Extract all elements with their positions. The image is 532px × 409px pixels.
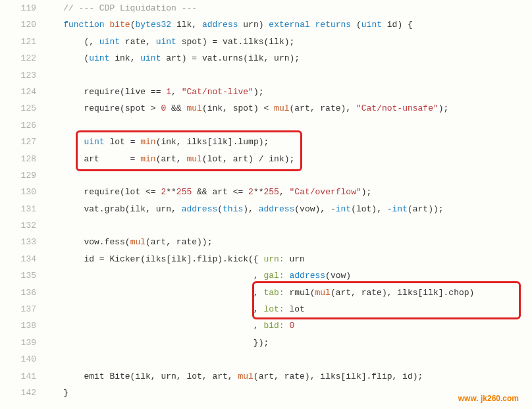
- id: (ink, spot) <: [202, 103, 274, 113]
- lineno: 123: [0, 67, 36, 84]
- id: urn): [238, 20, 269, 30]
- id: (: [43, 53, 89, 63]
- num: 2: [248, 187, 253, 197]
- type: int: [392, 204, 408, 214]
- lineno: 135: [0, 267, 36, 284]
- string: "Cat/not-live": [182, 87, 253, 97]
- fn: mul: [315, 288, 331, 298]
- type: uint: [361, 20, 382, 30]
- id: (lot, art) / ink);: [202, 154, 294, 164]
- ws: [43, 137, 84, 147]
- id: (art, rate), ilks[ilk].flip, id);: [253, 371, 423, 381]
- code-line: , bid: 0: [43, 317, 532, 334]
- type: uint: [89, 53, 109, 63]
- lineno: 139: [0, 335, 36, 351]
- id: require(spot >: [43, 103, 161, 113]
- code-line: [43, 67, 532, 84]
- fn-name: bite: [109, 20, 130, 30]
- punct: (: [351, 20, 361, 30]
- punct: (: [217, 204, 223, 214]
- code-line: , gal: address(vow): [43, 267, 532, 284]
- code-line: art = min(art, mul(lot, art) / ink);: [43, 151, 532, 167]
- type: uint: [156, 37, 176, 47]
- punct: );: [253, 87, 264, 97]
- type: address: [290, 271, 326, 281]
- id: lot =: [105, 137, 141, 147]
- id: spot) = vat.ilks(ilk);: [176, 37, 294, 47]
- id: ,: [43, 321, 263, 331]
- lineno: 137: [0, 301, 36, 317]
- punct: ,: [279, 187, 290, 197]
- punct: }: [43, 388, 68, 398]
- lineno: 142: [0, 385, 36, 401]
- id: art) = vat.urns(ilk, urn);: [161, 53, 300, 63]
- id: (art,: [156, 154, 187, 164]
- id: (,: [43, 37, 99, 47]
- kw-function: function: [63, 20, 104, 30]
- code-line: require(spot > 0 && mul(ink, spot) < mul…: [43, 100, 532, 117]
- lineno: 121: [0, 34, 36, 50]
- punct: **: [253, 187, 264, 197]
- num: 1: [166, 87, 171, 97]
- code-line: id = Kicker(ilks[ilk].flip).kick({ urn: …: [43, 251, 532, 267]
- lineno: 136: [0, 285, 36, 301]
- fn: min: [140, 137, 155, 147]
- type: int: [336, 204, 351, 214]
- attr: tab:: [263, 288, 284, 298]
- attr: bid:: [263, 321, 284, 331]
- id: rate,: [120, 37, 156, 47]
- lineno: 128: [0, 151, 36, 167]
- lineno: 132: [0, 217, 36, 234]
- code-lines[interactable]: // --- CDP Liquidation --- function bite…: [43, 0, 532, 401]
- lineno: 122: [0, 50, 36, 67]
- attr: gal:: [263, 271, 284, 281]
- lineno: 127: [0, 134, 36, 150]
- id: (vow), -: [294, 204, 335, 214]
- code-line: (, uint rate, uint spot) = vat.ilks(ilk)…: [43, 34, 532, 50]
- code-line: [43, 351, 532, 368]
- id: ,: [43, 288, 263, 298]
- lineno: 125: [0, 100, 36, 117]
- ws: [310, 20, 315, 30]
- code-line: , tab: rmul(mul(art, rate), ilks[ilk].ch…: [43, 285, 532, 301]
- lineno: 129: [0, 167, 36, 184]
- fn: mul: [130, 237, 146, 247]
- id: urn: [284, 254, 305, 264]
- type: address: [202, 20, 238, 30]
- id: && art <=: [192, 187, 248, 197]
- type: uint: [99, 37, 120, 47]
- code-viewer: 119 120 121 122 123 124 125 126 127 128 …: [0, 0, 532, 401]
- fn: mul: [238, 371, 253, 381]
- string: "Cat/not-unsafe": [356, 103, 439, 113]
- id: id = Kicker(ilks[ilk].flip).kick({: [43, 254, 263, 264]
- id: ,: [43, 271, 263, 281]
- lineno: 126: [0, 117, 36, 134]
- lineno: 141: [0, 368, 36, 385]
- num: 255: [264, 187, 279, 197]
- lineno: 133: [0, 234, 36, 250]
- id: (art, rate), ilks[ilk].chop): [331, 288, 474, 298]
- punct: });: [43, 338, 269, 348]
- lineno: 119: [0, 0, 36, 16]
- attr: lot:: [263, 304, 284, 314]
- id: ),: [243, 204, 258, 214]
- kw: returns: [315, 20, 352, 30]
- lineno: 130: [0, 184, 36, 200]
- id: (art, rate),: [290, 103, 356, 113]
- id: ilk,: [171, 20, 202, 30]
- code-line: // --- CDP Liquidation ---: [43, 0, 532, 16]
- punct: );: [439, 103, 449, 113]
- code-line: , lot: lot: [43, 301, 532, 317]
- type: uint: [84, 137, 104, 147]
- lineno: 124: [0, 84, 36, 100]
- lineno: 140: [0, 351, 36, 368]
- id: (art));: [408, 204, 444, 214]
- id: lot: [284, 304, 305, 314]
- id: id) {: [382, 20, 413, 30]
- id: (vow): [325, 271, 351, 281]
- code-line: [43, 217, 532, 234]
- id: (lot), -: [351, 204, 392, 214]
- code-line: uint lot = min(ink, ilks[ilk].lump);: [43, 134, 532, 150]
- type: address: [182, 204, 218, 214]
- code-line: });: [43, 335, 532, 351]
